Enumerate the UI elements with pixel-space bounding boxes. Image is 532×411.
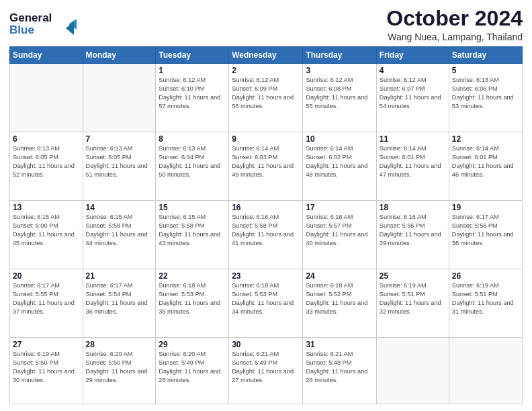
header-sunday: Sunday (10, 47, 83, 64)
day-info: Sunrise: 6:18 AMSunset: 5:53 PMDaylight:… (232, 281, 300, 316)
day-number: 17 (306, 203, 373, 212)
day-number: 16 (232, 203, 300, 212)
day-info: Sunrise: 6:13 AMSunset: 6:05 PMDaylight:… (86, 144, 153, 179)
day-info: Sunrise: 6:13 AMSunset: 6:06 PMDaylight:… (452, 76, 519, 111)
svg-text:Blue: Blue (9, 24, 34, 36)
day-info: Sunrise: 6:21 AMSunset: 5:49 PMDaylight:… (232, 350, 300, 385)
calendar-cell: 11Sunrise: 6:14 AMSunset: 6:01 PMDayligh… (376, 132, 449, 201)
day-number: 11 (380, 134, 446, 144)
month-title: October 2024 (386, 7, 523, 30)
day-number: 27 (13, 340, 80, 349)
day-info: Sunrise: 6:15 AMSunset: 5:59 PMDaylight:… (86, 213, 153, 248)
day-number: 23 (232, 271, 300, 281)
calendar-cell: 1Sunrise: 6:12 AMSunset: 6:10 PMDaylight… (156, 64, 229, 132)
day-number: 6 (13, 134, 80, 144)
logo-text: General Blue (9, 9, 83, 42)
day-info: Sunrise: 6:19 AMSunset: 5:51 PMDaylight:… (380, 281, 446, 316)
day-number: 18 (380, 203, 446, 212)
day-number: 24 (306, 271, 373, 281)
calendar-cell: 25Sunrise: 6:19 AMSunset: 5:51 PMDayligh… (376, 269, 449, 338)
day-number: 3 (306, 66, 373, 75)
day-info: Sunrise: 6:16 AMSunset: 5:58 PMDaylight:… (232, 213, 300, 248)
day-info: Sunrise: 6:20 AMSunset: 5:50 PMDaylight:… (86, 350, 153, 385)
header-saturday: Saturday (449, 47, 522, 64)
day-info: Sunrise: 6:12 AMSunset: 6:07 PMDaylight:… (380, 76, 446, 111)
day-number: 10 (306, 134, 373, 144)
calendar-cell: 15Sunrise: 6:15 AMSunset: 5:58 PMDayligh… (156, 201, 229, 269)
calendar-cell: 21Sunrise: 6:17 AMSunset: 5:54 PMDayligh… (83, 269, 156, 338)
day-info: Sunrise: 6:16 AMSunset: 5:57 PMDaylight:… (306, 213, 373, 248)
calendar-cell (449, 338, 522, 404)
page: General Blue October 2024 Wang Nuea, Lam… (0, 0, 532, 411)
calendar-cell: 22Sunrise: 6:18 AMSunset: 5:53 PMDayligh… (156, 269, 229, 338)
day-number: 2 (232, 66, 300, 75)
day-info: Sunrise: 6:20 AMSunset: 5:49 PMDaylight:… (159, 350, 226, 385)
calendar-cell: 31Sunrise: 6:21 AMSunset: 5:48 PMDayligh… (303, 338, 376, 404)
day-info: Sunrise: 6:14 AMSunset: 6:01 PMDaylight:… (452, 144, 519, 179)
week-row-1: 1Sunrise: 6:12 AMSunset: 6:10 PMDaylight… (10, 64, 523, 132)
day-number: 12 (452, 134, 519, 144)
calendar-cell: 14Sunrise: 6:15 AMSunset: 5:59 PMDayligh… (83, 201, 156, 269)
day-info: Sunrise: 6:21 AMSunset: 5:48 PMDaylight:… (306, 350, 373, 385)
day-number: 30 (232, 340, 300, 349)
calendar-cell: 3Sunrise: 6:12 AMSunset: 6:08 PMDaylight… (303, 64, 376, 132)
day-info: Sunrise: 6:19 AMSunset: 5:50 PMDaylight:… (13, 350, 80, 385)
calendar-cell: 29Sunrise: 6:20 AMSunset: 5:49 PMDayligh… (156, 338, 229, 404)
calendar-cell: 24Sunrise: 6:18 AMSunset: 5:52 PMDayligh… (303, 269, 376, 338)
calendar-cell: 6Sunrise: 6:13 AMSunset: 6:05 PMDaylight… (10, 132, 83, 201)
week-row-3: 13Sunrise: 6:15 AMSunset: 6:00 PMDayligh… (10, 201, 523, 269)
day-info: Sunrise: 6:14 AMSunset: 6:01 PMDaylight:… (380, 144, 446, 179)
day-number: 9 (232, 134, 300, 144)
calendar-cell (376, 338, 449, 404)
calendar-cell: 9Sunrise: 6:14 AMSunset: 6:03 PMDaylight… (229, 132, 303, 201)
day-info: Sunrise: 6:12 AMSunset: 6:08 PMDaylight:… (306, 76, 373, 111)
location: Wang Nuea, Lampang, Thailand (386, 32, 523, 42)
day-number: 29 (159, 340, 226, 349)
calendar-cell: 5Sunrise: 6:13 AMSunset: 6:06 PMDaylight… (449, 64, 522, 132)
day-number: 28 (86, 340, 153, 349)
day-number: 31 (306, 340, 373, 349)
day-info: Sunrise: 6:17 AMSunset: 5:54 PMDaylight:… (86, 281, 153, 316)
day-info: Sunrise: 6:13 AMSunset: 6:05 PMDaylight:… (13, 144, 80, 179)
day-number: 8 (159, 134, 226, 144)
day-info: Sunrise: 6:17 AMSunset: 5:55 PMDaylight:… (13, 281, 80, 316)
calendar-cell (83, 64, 156, 132)
calendar-cell: 27Sunrise: 6:19 AMSunset: 5:50 PMDayligh… (10, 338, 83, 404)
calendar-cell: 12Sunrise: 6:14 AMSunset: 6:01 PMDayligh… (449, 132, 522, 201)
day-number: 20 (13, 271, 80, 281)
day-info: Sunrise: 6:17 AMSunset: 5:55 PMDaylight:… (452, 213, 519, 248)
calendar-cell: 2Sunrise: 6:12 AMSunset: 6:09 PMDaylight… (229, 64, 303, 132)
day-number: 21 (86, 271, 153, 281)
day-number: 26 (452, 271, 519, 281)
day-info: Sunrise: 6:13 AMSunset: 6:04 PMDaylight:… (159, 144, 226, 179)
calendar-cell: 16Sunrise: 6:16 AMSunset: 5:58 PMDayligh… (229, 201, 303, 269)
calendar-cell: 7Sunrise: 6:13 AMSunset: 6:05 PMDaylight… (83, 132, 156, 201)
day-number: 15 (159, 203, 226, 212)
calendar-header-row: Sunday Monday Tuesday Wednesday Thursday… (10, 47, 523, 64)
logo: General Blue (9, 9, 83, 42)
week-row-5: 27Sunrise: 6:19 AMSunset: 5:50 PMDayligh… (10, 338, 523, 404)
header-friday: Friday (376, 47, 449, 64)
day-info: Sunrise: 6:14 AMSunset: 6:02 PMDaylight:… (306, 144, 373, 179)
header-wednesday: Wednesday (229, 47, 303, 64)
calendar-cell: 28Sunrise: 6:20 AMSunset: 5:50 PMDayligh… (83, 338, 156, 404)
day-info: Sunrise: 6:12 AMSunset: 6:09 PMDaylight:… (232, 76, 300, 111)
day-info: Sunrise: 6:19 AMSunset: 5:51 PMDaylight:… (452, 281, 519, 316)
calendar-cell: 8Sunrise: 6:13 AMSunset: 6:04 PMDaylight… (156, 132, 229, 201)
calendar-cell: 20Sunrise: 6:17 AMSunset: 5:55 PMDayligh… (10, 269, 83, 338)
day-info: Sunrise: 6:15 AMSunset: 5:58 PMDaylight:… (159, 213, 226, 248)
day-info: Sunrise: 6:18 AMSunset: 5:52 PMDaylight:… (306, 281, 373, 316)
calendar-cell: 19Sunrise: 6:17 AMSunset: 5:55 PMDayligh… (449, 201, 522, 269)
logo-icon: General Blue (9, 9, 83, 39)
calendar-cell: 10Sunrise: 6:14 AMSunset: 6:02 PMDayligh… (303, 132, 376, 201)
header-monday: Monday (83, 47, 156, 64)
calendar-cell: 26Sunrise: 6:19 AMSunset: 5:51 PMDayligh… (449, 269, 522, 338)
day-number: 14 (86, 203, 153, 212)
title-section: October 2024 Wang Nuea, Lampang, Thailan… (386, 7, 523, 42)
day-info: Sunrise: 6:15 AMSunset: 6:00 PMDaylight:… (13, 213, 80, 248)
day-info: Sunrise: 6:14 AMSunset: 6:03 PMDaylight:… (232, 144, 300, 179)
calendar-cell: 23Sunrise: 6:18 AMSunset: 5:53 PMDayligh… (229, 269, 303, 338)
day-number: 7 (86, 134, 153, 144)
header-tuesday: Tuesday (156, 47, 229, 64)
calendar-cell: 17Sunrise: 6:16 AMSunset: 5:57 PMDayligh… (303, 201, 376, 269)
